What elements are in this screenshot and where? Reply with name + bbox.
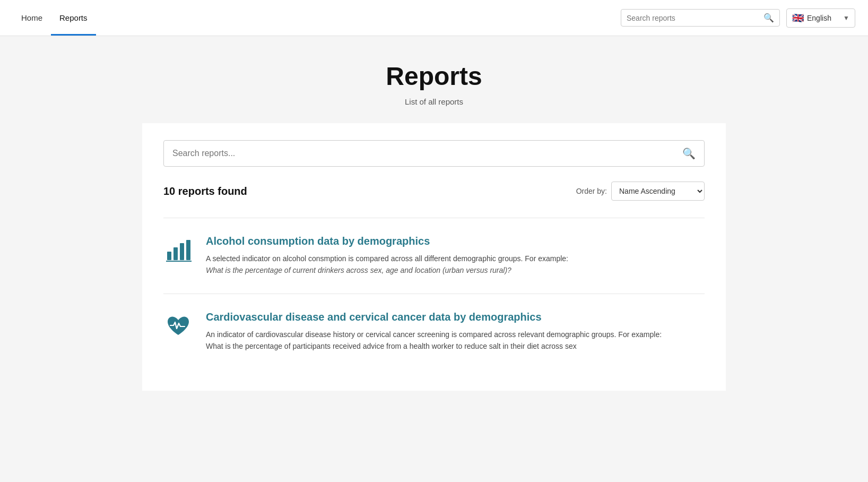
- language-chevron-icon: ▼: [843, 14, 849, 22]
- svg-rect-1: [173, 247, 178, 260]
- order-by-container: Order by: Name Ascending Name Descending…: [576, 182, 705, 201]
- page-title: Reports: [13, 62, 855, 91]
- results-count: 10 reports found: [163, 185, 247, 197]
- report-content-cardiovascular: Cardiovascular disease and cervical canc…: [206, 311, 662, 352]
- report-example-alcohol: What is the percentage of current drinke…: [206, 266, 511, 274]
- svg-rect-3: [186, 240, 190, 260]
- main-search-input[interactable]: [172, 149, 682, 158]
- hero-section: Reports List of all reports: [0, 36, 868, 123]
- results-header: 10 reports found Order by: Name Ascendin…: [163, 182, 705, 201]
- main-content: 🔍 10 reports found Order by: Name Ascend…: [142, 123, 726, 391]
- nav-links: Home Reports: [13, 0, 96, 36]
- nav-search-icon: 🔍: [763, 13, 774, 23]
- report-desc-alcohol: A selected indicator on alcohol consmpti…: [206, 253, 568, 277]
- report-icon-bar-chart: [163, 235, 193, 265]
- nav-search-bar[interactable]: 🔍: [621, 9, 780, 27]
- language-label: English: [807, 14, 831, 22]
- svg-rect-2: [180, 243, 184, 260]
- nav-link-reports[interactable]: Reports: [51, 0, 96, 36]
- nav-right: 🔍 🇬🇧 English ▼: [621, 8, 855, 28]
- svg-rect-0: [167, 252, 171, 260]
- order-by-label: Order by:: [576, 187, 607, 195]
- report-item-alcohol: Alcohol consumption data by demographics…: [163, 218, 705, 294]
- language-selector[interactable]: 🇬🇧 English ▼: [786, 8, 855, 28]
- nav-search-input[interactable]: [627, 14, 761, 22]
- navbar: Home Reports 🔍 🇬🇧 English ▼: [0, 0, 868, 36]
- report-desc-text-alcohol: A selected indicator on alcohol consmpti…: [206, 254, 568, 263]
- report-title-cardiovascular[interactable]: Cardiovascular disease and cervical canc…: [206, 311, 662, 323]
- main-search-bar[interactable]: 🔍: [163, 140, 705, 167]
- language-flag: 🇬🇧: [792, 12, 804, 24]
- report-desc-text-cardiovascular: An indicator of cardiovascular disease h…: [206, 330, 662, 339]
- report-example-cardiovascular: What is the percentage of participants r…: [206, 342, 577, 350]
- report-title-alcohol[interactable]: Alcohol consumption data by demographics: [206, 235, 568, 247]
- hero-subtitle: List of all reports: [13, 97, 855, 106]
- nav-link-home[interactable]: Home: [13, 0, 51, 36]
- report-desc-cardiovascular: An indicator of cardiovascular disease h…: [206, 329, 662, 352]
- report-icon-heart-monitor: [163, 311, 193, 341]
- report-item-cardiovascular: Cardiovascular disease and cervical canc…: [163, 294, 705, 369]
- main-search-icon: 🔍: [682, 147, 696, 160]
- report-content-alcohol: Alcohol consumption data by demographics…: [206, 235, 568, 277]
- order-by-select[interactable]: Name Ascending Name Descending Date Asce…: [611, 182, 705, 201]
